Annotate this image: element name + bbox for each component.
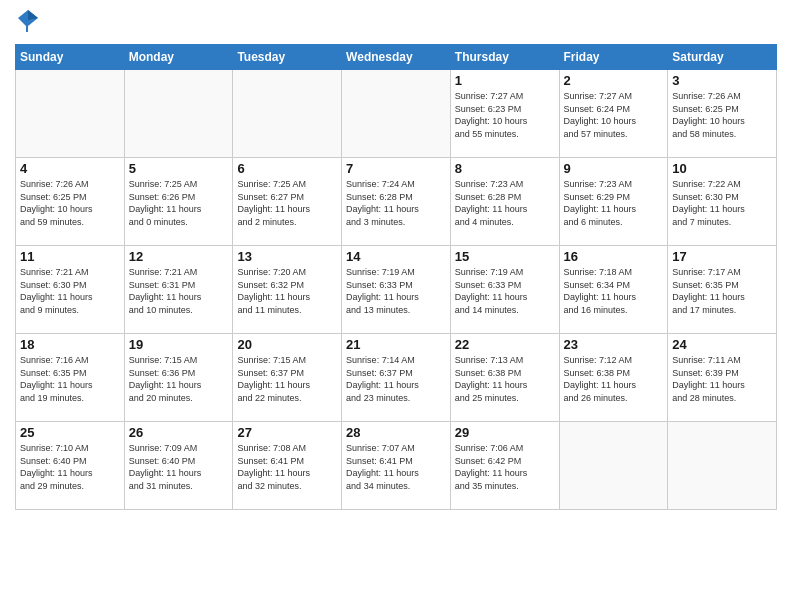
calendar-cell: 2Sunrise: 7:27 AM Sunset: 6:24 PM Daylig…: [559, 70, 668, 158]
calendar-cell: 11Sunrise: 7:21 AM Sunset: 6:30 PM Dayli…: [16, 246, 125, 334]
day-info: Sunrise: 7:19 AM Sunset: 6:33 PM Dayligh…: [346, 266, 446, 316]
day-info: Sunrise: 7:08 AM Sunset: 6:41 PM Dayligh…: [237, 442, 337, 492]
calendar-cell: 18Sunrise: 7:16 AM Sunset: 6:35 PM Dayli…: [16, 334, 125, 422]
week-row-4: 25Sunrise: 7:10 AM Sunset: 6:40 PM Dayli…: [16, 422, 777, 510]
day-info: Sunrise: 7:14 AM Sunset: 6:37 PM Dayligh…: [346, 354, 446, 404]
calendar-cell: 14Sunrise: 7:19 AM Sunset: 6:33 PM Dayli…: [342, 246, 451, 334]
day-number: 25: [20, 425, 120, 440]
week-row-0: 1Sunrise: 7:27 AM Sunset: 6:23 PM Daylig…: [16, 70, 777, 158]
page-container: SundayMondayTuesdayWednesdayThursdayFrid…: [0, 0, 792, 520]
calendar-cell: 6Sunrise: 7:25 AM Sunset: 6:27 PM Daylig…: [233, 158, 342, 246]
calendar-cell: 1Sunrise: 7:27 AM Sunset: 6:23 PM Daylig…: [450, 70, 559, 158]
day-number: 12: [129, 249, 229, 264]
calendar-cell: 29Sunrise: 7:06 AM Sunset: 6:42 PM Dayli…: [450, 422, 559, 510]
calendar-cell: 5Sunrise: 7:25 AM Sunset: 6:26 PM Daylig…: [124, 158, 233, 246]
day-info: Sunrise: 7:13 AM Sunset: 6:38 PM Dayligh…: [455, 354, 555, 404]
day-number: 15: [455, 249, 555, 264]
calendar-cell: 10Sunrise: 7:22 AM Sunset: 6:30 PM Dayli…: [668, 158, 777, 246]
calendar-cell: 12Sunrise: 7:21 AM Sunset: 6:31 PM Dayli…: [124, 246, 233, 334]
day-number: 28: [346, 425, 446, 440]
weekday-header-wednesday: Wednesday: [342, 45, 451, 70]
weekday-header-monday: Monday: [124, 45, 233, 70]
weekday-header-row: SundayMondayTuesdayWednesdayThursdayFrid…: [16, 45, 777, 70]
day-number: 18: [20, 337, 120, 352]
day-number: 11: [20, 249, 120, 264]
calendar-cell: [668, 422, 777, 510]
day-number: 26: [129, 425, 229, 440]
day-info: Sunrise: 7:11 AM Sunset: 6:39 PM Dayligh…: [672, 354, 772, 404]
calendar-cell: 19Sunrise: 7:15 AM Sunset: 6:36 PM Dayli…: [124, 334, 233, 422]
day-info: Sunrise: 7:17 AM Sunset: 6:35 PM Dayligh…: [672, 266, 772, 316]
week-row-1: 4Sunrise: 7:26 AM Sunset: 6:25 PM Daylig…: [16, 158, 777, 246]
day-info: Sunrise: 7:26 AM Sunset: 6:25 PM Dayligh…: [672, 90, 772, 140]
day-info: Sunrise: 7:26 AM Sunset: 6:25 PM Dayligh…: [20, 178, 120, 228]
day-info: Sunrise: 7:06 AM Sunset: 6:42 PM Dayligh…: [455, 442, 555, 492]
calendar-cell: 7Sunrise: 7:24 AM Sunset: 6:28 PM Daylig…: [342, 158, 451, 246]
calendar-cell: 20Sunrise: 7:15 AM Sunset: 6:37 PM Dayli…: [233, 334, 342, 422]
calendar-cell: 28Sunrise: 7:07 AM Sunset: 6:41 PM Dayli…: [342, 422, 451, 510]
day-number: 22: [455, 337, 555, 352]
day-info: Sunrise: 7:27 AM Sunset: 6:23 PM Dayligh…: [455, 90, 555, 140]
day-number: 3: [672, 73, 772, 88]
day-number: 2: [564, 73, 664, 88]
calendar-cell: 24Sunrise: 7:11 AM Sunset: 6:39 PM Dayli…: [668, 334, 777, 422]
calendar-cell: 25Sunrise: 7:10 AM Sunset: 6:40 PM Dayli…: [16, 422, 125, 510]
day-number: 24: [672, 337, 772, 352]
day-info: Sunrise: 7:23 AM Sunset: 6:29 PM Dayligh…: [564, 178, 664, 228]
day-number: 1: [455, 73, 555, 88]
calendar-cell: 17Sunrise: 7:17 AM Sunset: 6:35 PM Dayli…: [668, 246, 777, 334]
day-number: 27: [237, 425, 337, 440]
day-number: 19: [129, 337, 229, 352]
calendar-cell: 3Sunrise: 7:26 AM Sunset: 6:25 PM Daylig…: [668, 70, 777, 158]
calendar-cell: 4Sunrise: 7:26 AM Sunset: 6:25 PM Daylig…: [16, 158, 125, 246]
calendar-cell: 26Sunrise: 7:09 AM Sunset: 6:40 PM Dayli…: [124, 422, 233, 510]
day-info: Sunrise: 7:20 AM Sunset: 6:32 PM Dayligh…: [237, 266, 337, 316]
day-number: 13: [237, 249, 337, 264]
weekday-header-sunday: Sunday: [16, 45, 125, 70]
calendar-cell: 16Sunrise: 7:18 AM Sunset: 6:34 PM Dayli…: [559, 246, 668, 334]
calendar-cell: 8Sunrise: 7:23 AM Sunset: 6:28 PM Daylig…: [450, 158, 559, 246]
week-row-2: 11Sunrise: 7:21 AM Sunset: 6:30 PM Dayli…: [16, 246, 777, 334]
day-info: Sunrise: 7:21 AM Sunset: 6:31 PM Dayligh…: [129, 266, 229, 316]
day-number: 16: [564, 249, 664, 264]
calendar-cell: 23Sunrise: 7:12 AM Sunset: 6:38 PM Dayli…: [559, 334, 668, 422]
day-info: Sunrise: 7:24 AM Sunset: 6:28 PM Dayligh…: [346, 178, 446, 228]
day-number: 20: [237, 337, 337, 352]
calendar-cell: [559, 422, 668, 510]
day-info: Sunrise: 7:19 AM Sunset: 6:33 PM Dayligh…: [455, 266, 555, 316]
day-info: Sunrise: 7:15 AM Sunset: 6:36 PM Dayligh…: [129, 354, 229, 404]
weekday-header-thursday: Thursday: [450, 45, 559, 70]
calendar-cell: 9Sunrise: 7:23 AM Sunset: 6:29 PM Daylig…: [559, 158, 668, 246]
calendar-cell: 21Sunrise: 7:14 AM Sunset: 6:37 PM Dayli…: [342, 334, 451, 422]
day-info: Sunrise: 7:22 AM Sunset: 6:30 PM Dayligh…: [672, 178, 772, 228]
calendar-cell: [233, 70, 342, 158]
day-info: Sunrise: 7:21 AM Sunset: 6:30 PM Dayligh…: [20, 266, 120, 316]
header: [15, 10, 777, 36]
day-info: Sunrise: 7:12 AM Sunset: 6:38 PM Dayligh…: [564, 354, 664, 404]
logo-flag-icon: [18, 10, 38, 36]
calendar-table: SundayMondayTuesdayWednesdayThursdayFrid…: [15, 44, 777, 510]
day-number: 7: [346, 161, 446, 176]
day-info: Sunrise: 7:09 AM Sunset: 6:40 PM Dayligh…: [129, 442, 229, 492]
calendar-cell: 15Sunrise: 7:19 AM Sunset: 6:33 PM Dayli…: [450, 246, 559, 334]
calendar-cell: 22Sunrise: 7:13 AM Sunset: 6:38 PM Dayli…: [450, 334, 559, 422]
day-number: 8: [455, 161, 555, 176]
logo: [15, 14, 38, 36]
day-number: 6: [237, 161, 337, 176]
day-info: Sunrise: 7:10 AM Sunset: 6:40 PM Dayligh…: [20, 442, 120, 492]
week-row-3: 18Sunrise: 7:16 AM Sunset: 6:35 PM Dayli…: [16, 334, 777, 422]
day-number: 4: [20, 161, 120, 176]
calendar-cell: [16, 70, 125, 158]
day-number: 29: [455, 425, 555, 440]
day-info: Sunrise: 7:23 AM Sunset: 6:28 PM Dayligh…: [455, 178, 555, 228]
day-info: Sunrise: 7:25 AM Sunset: 6:26 PM Dayligh…: [129, 178, 229, 228]
day-number: 5: [129, 161, 229, 176]
day-info: Sunrise: 7:25 AM Sunset: 6:27 PM Dayligh…: [237, 178, 337, 228]
logo-content: [15, 14, 38, 36]
calendar-cell: [342, 70, 451, 158]
calendar-cell: 27Sunrise: 7:08 AM Sunset: 6:41 PM Dayli…: [233, 422, 342, 510]
day-info: Sunrise: 7:27 AM Sunset: 6:24 PM Dayligh…: [564, 90, 664, 140]
day-info: Sunrise: 7:16 AM Sunset: 6:35 PM Dayligh…: [20, 354, 120, 404]
weekday-header-tuesday: Tuesday: [233, 45, 342, 70]
day-number: 10: [672, 161, 772, 176]
